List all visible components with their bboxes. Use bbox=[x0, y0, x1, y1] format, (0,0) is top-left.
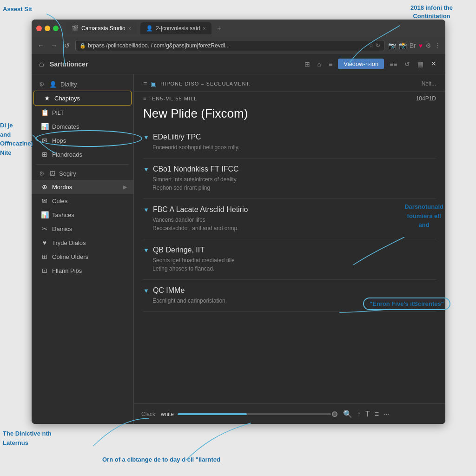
star-icon: ★ bbox=[43, 94, 51, 102]
sidebar-mordos-label: Mordos bbox=[52, 184, 72, 191]
section-4-title: QC IMMe bbox=[153, 286, 185, 295]
tab-convolesis-close[interactable]: × bbox=[203, 26, 205, 31]
minimize-traffic-light[interactable] bbox=[45, 26, 50, 31]
adobe-icon[interactable]: Br bbox=[410, 42, 416, 49]
sidebar-section-segiry[interactable]: ⚙ 🖼 Segiry bbox=[32, 167, 133, 180]
settings-icon[interactable]: ⚙ bbox=[425, 42, 431, 49]
header-nav-icon4[interactable]: ≡≡ bbox=[388, 59, 399, 70]
progress-dot[interactable] bbox=[332, 411, 337, 417]
annotation-assest-sit: Assest Sit bbox=[3, 6, 32, 13]
sidebar-segiry-label: Segiry bbox=[59, 170, 76, 177]
content-body: ▼ EDeLiiti/y TPC Foceeorid soohopul beli… bbox=[134, 126, 445, 403]
header-close-icon[interactable]: × bbox=[429, 57, 438, 71]
tab-camatasia-label: Camatasia Studio bbox=[81, 25, 126, 32]
annotation-di-je: Di jeandOffncazine)Nite bbox=[0, 121, 33, 157]
header-grid2-icon[interactable]: ▦ bbox=[416, 59, 425, 70]
sidebar-item-damics[interactable]: ✂ Damics bbox=[32, 222, 133, 236]
app-logo-icon: ⌂ bbox=[39, 59, 44, 69]
header-refresh-icon[interactable]: ↺ bbox=[403, 59, 412, 70]
section-1-title: CBo1 Nondnkiss FT IFCC bbox=[153, 165, 239, 173]
bottom-list-icon[interactable]: ≡ bbox=[375, 410, 379, 418]
sidebar-fllann-label: Fllann Pibs bbox=[52, 267, 82, 274]
header-list-icon[interactable]: ≡ bbox=[327, 59, 334, 70]
bottom-upload-icon[interactable]: ↑ bbox=[357, 410, 361, 418]
chart-icon: 📊 bbox=[41, 123, 48, 130]
sidebar-item-tashces[interactable]: 📊 Tashces bbox=[32, 208, 133, 222]
section-2-chevron[interactable]: ▼ bbox=[143, 206, 149, 213]
section-0-chevron[interactable]: ▼ bbox=[143, 134, 149, 141]
sidebar-item-chaptoys[interactable]: ★ Chaptoys bbox=[33, 91, 132, 106]
sidebar-damics-label: Damics bbox=[52, 225, 72, 232]
sidebar: ⚙ 👤 Diality ★ Chaptoys 📋 PlLT 📊 D bbox=[32, 74, 134, 424]
instagram2-icon[interactable]: 📸 bbox=[399, 42, 407, 49]
sidebar-section-diality[interactable]: ⚙ 👤 Diality bbox=[32, 78, 133, 91]
section-3-header: ▼ QB Deringe, IIT bbox=[143, 246, 436, 254]
modules-icon: ⊕ bbox=[41, 183, 48, 191]
section-4-header: ▼ QC IMMe bbox=[143, 286, 436, 295]
sidebar-domcates-label: Domcates bbox=[52, 123, 79, 130]
browser-window: 🎬 Camatasia Studio × 👤 2-|convolesis sai… bbox=[32, 20, 445, 424]
back-button[interactable]: ← bbox=[36, 42, 46, 49]
section-item-2: ▼ FBC A Lacate Atrsclid Hetirio Vancens … bbox=[143, 199, 436, 239]
browser-toolbar: ← → ↺ 🔒 brpass /polincabeliiadoo. / com/… bbox=[32, 37, 445, 54]
sidebar-item-mordos[interactable]: ⊕ Mordos ▶ bbox=[32, 180, 133, 194]
tab-camatasia-close[interactable]: × bbox=[128, 26, 131, 31]
section-3-title: QB Deringe, IIT bbox=[153, 246, 205, 254]
section-4-chevron[interactable]: ▼ bbox=[143, 287, 149, 294]
tab-camatasia[interactable]: 🎬 Camatasia Studio × bbox=[66, 22, 137, 34]
header-nav-active[interactable]: Viedow-n·ion bbox=[338, 59, 384, 69]
sidebar-cules-label: Cules bbox=[52, 198, 67, 205]
section-0-title: EDeLiiti/y TPC bbox=[153, 133, 201, 141]
content-header: ≡ ▣ Hipone Diso – Seceulament. Neit... bbox=[134, 74, 445, 92]
close-traffic-light[interactable] bbox=[36, 26, 42, 31]
address-text: brpass /polincabeliiadoo. / com/g&pass|b… bbox=[88, 42, 367, 49]
header-grid-icon[interactable]: ⊞ bbox=[303, 59, 312, 70]
forward-button[interactable]: → bbox=[49, 42, 59, 49]
coline-grid-icon: ⊞ bbox=[41, 253, 48, 260]
instagram-icon[interactable]: 📷 bbox=[388, 42, 396, 49]
tab-convolesis-label: 2-|convolesis said bbox=[156, 25, 200, 32]
bottom-more-icon[interactable]: ··· bbox=[383, 410, 390, 418]
dialog-icon: ≡ bbox=[143, 80, 147, 87]
reload-button[interactable]: ↺ bbox=[62, 42, 72, 49]
section-2-header: ▼ FBC A Lacate Atrsclid Hetirio bbox=[143, 205, 436, 214]
mail-icon: ✉ bbox=[41, 137, 48, 144]
new-tab-button[interactable]: + bbox=[217, 24, 221, 33]
browser-titlebar: 🎬 Camatasia Studio × 👤 2-|convolesis sai… bbox=[32, 20, 445, 37]
bottom-text-icon[interactable]: T bbox=[365, 410, 370, 418]
header-home-icon[interactable]: ⌂ bbox=[316, 59, 323, 70]
sidebar-item-flandroads[interactable]: ⊞ Flandroads bbox=[32, 147, 133, 161]
content-id-badge: 104P1D bbox=[416, 95, 436, 102]
sidebar-item-cules[interactable]: ✉ Cules bbox=[32, 194, 133, 208]
bottom-bar: Clack wnite 🔍 ↑ T ≡ ··· bbox=[134, 403, 445, 424]
sidebar-item-domcates[interactable]: 📊 Domcates bbox=[32, 119, 133, 133]
maximize-traffic-light[interactable] bbox=[53, 26, 59, 31]
section-1-chevron[interactable]: ▼ bbox=[143, 166, 149, 173]
section-item-4: ▼ QC IMMe Eacnlight and carinporislation… bbox=[143, 280, 436, 312]
mordos-chevron-icon: ▶ bbox=[123, 184, 127, 190]
sidebar-item-tryde[interactable]: ♥ Tryde Dialos bbox=[32, 236, 133, 250]
traffic-lights bbox=[36, 26, 59, 31]
section-1-header: ▼ CBo1 Nondnkiss FT IFCC bbox=[143, 165, 436, 173]
image-icon: 🖼 bbox=[49, 170, 55, 177]
brand-icon[interactable]: ♥ bbox=[419, 42, 423, 49]
annotation-top-right: 2018 infoni theContinitation bbox=[410, 4, 453, 20]
section-item-3: ▼ QB Deringe, IIT Seonts iget huadiat cr… bbox=[143, 239, 436, 280]
fllann-icon: ⊡ bbox=[41, 267, 48, 274]
sidebar-item-pilt[interactable]: 📋 PlLT bbox=[32, 106, 133, 119]
more-browser-icon[interactable]: ⋮ bbox=[434, 42, 441, 49]
sidebar-item-coline[interactable]: ⊞ Coline Ulders bbox=[32, 250, 133, 264]
sidebar-item-fllann[interactable]: ⊡ Fllann Pibs bbox=[32, 264, 133, 278]
annotation-the-dinictive: The Dinictive nthLaternus bbox=[3, 429, 52, 447]
sidebar-chaptoys-label: Chaptoys bbox=[54, 95, 80, 102]
section-0-desc: Foceeorid soohopul belii goos rolly. bbox=[152, 143, 436, 152]
section-1-desc: Simnert Ints autelolrcers of deality.Rep… bbox=[152, 175, 436, 192]
main-content: ≡ ▣ Hipone Diso – Seceulament. Neit... ≡… bbox=[134, 74, 445, 424]
progress-bar-background[interactable] bbox=[178, 413, 331, 415]
sidebar-item-hops[interactable]: ✉ Hops bbox=[32, 133, 133, 147]
tab-convolesis[interactable]: 👤 2-|convolesis said × bbox=[140, 22, 212, 34]
bottom-search-icon[interactable]: 🔍 bbox=[343, 410, 352, 418]
content-header-left: ≡ ▣ Hipone Diso – Seceulament. bbox=[143, 80, 251, 87]
address-bar[interactable]: 🔒 brpass /polincabeliiadoo. / com/g&pass… bbox=[75, 40, 384, 51]
section-3-chevron[interactable]: ▼ bbox=[143, 247, 149, 254]
